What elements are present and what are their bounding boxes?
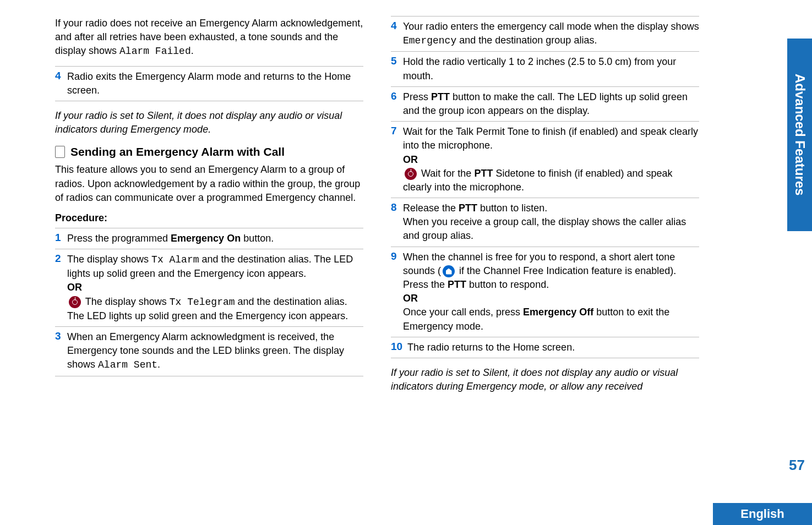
step-6: 6 Press PTT button to make the call. The… bbox=[391, 86, 699, 122]
step-1: 1 Press the programmed Emergency On butt… bbox=[55, 228, 363, 249]
or-line: Wait for the PTT Sidetone to finish (if … bbox=[403, 167, 699, 194]
step-body: The display shows Tx Alarm and the desti… bbox=[67, 253, 363, 323]
mono: Alarm Sent bbox=[98, 359, 157, 370]
step-body: Press the programmed Emergency On button… bbox=[67, 232, 363, 245]
step-7: 7 Wait for the Talk Permit Tone to finis… bbox=[391, 121, 699, 198]
intro-text: If your radio does not receive an Emerge… bbox=[55, 18, 363, 56]
heading-desc: This feature allows you to send an Emerg… bbox=[55, 163, 363, 205]
step-number: 4 bbox=[55, 70, 67, 97]
side-tab: Advanced Features bbox=[787, 39, 812, 231]
antenna-icon bbox=[408, 171, 413, 177]
text: Wait for the bbox=[418, 168, 474, 179]
bold: PTT bbox=[431, 91, 450, 102]
intro-end: . bbox=[191, 45, 194, 56]
text: The display shows bbox=[83, 296, 170, 307]
mono: Emergency bbox=[403, 35, 456, 46]
antenna-icon bbox=[72, 299, 78, 305]
step-10: 10 The radio returns to the Home screen. bbox=[391, 337, 699, 358]
section-heading: Sending an Emergency Alarm with Call bbox=[55, 145, 363, 158]
step-9: 9 When the channel is free for you to re… bbox=[391, 247, 699, 337]
text: button to listen. bbox=[477, 203, 547, 214]
bold: PTT bbox=[448, 279, 466, 290]
bold: Emergency On bbox=[171, 233, 241, 244]
bold: PTT bbox=[459, 203, 477, 214]
step-body: When the channel is free for you to resp… bbox=[403, 250, 699, 333]
step-number: 3 bbox=[55, 330, 67, 373]
text: Release the bbox=[403, 203, 459, 214]
intro-mono: Alarm Failed bbox=[119, 46, 191, 57]
step-number: 9 bbox=[391, 250, 403, 333]
procedure-label: Procedure: bbox=[55, 212, 363, 224]
step-body: Hold the radio vertically 1 to 2 inches … bbox=[403, 55, 699, 83]
step-2: 2 The display shows Tx Alarm and the des… bbox=[55, 249, 363, 327]
text: Wait for the Talk Permit Tone to finish … bbox=[403, 126, 698, 151]
channel-icon-inner bbox=[446, 269, 452, 275]
or-label: OR bbox=[403, 153, 699, 167]
step-4r: 4 Your radio enters the emergency call m… bbox=[391, 16, 699, 52]
text: Your radio enters the emergency call mod… bbox=[403, 21, 699, 32]
step-number: 7 bbox=[391, 125, 403, 194]
intro-para: If your radio does not receive an Emerge… bbox=[55, 17, 363, 59]
step-number: 5 bbox=[391, 55, 403, 83]
text: Once your call ends, press bbox=[403, 307, 523, 318]
or-line: Once your call ends, press Emergency Off… bbox=[403, 305, 699, 333]
text: button. bbox=[241, 233, 274, 244]
step-body: The radio returns to the Home screen. bbox=[407, 341, 699, 354]
step-number: 6 bbox=[391, 90, 403, 118]
radio-icon bbox=[405, 168, 417, 180]
channel-icon bbox=[443, 265, 455, 277]
radio-icon bbox=[69, 296, 81, 308]
step-body: Wait for the Talk Permit Tone to finish … bbox=[403, 125, 699, 194]
bold: Emergency Off bbox=[523, 307, 593, 318]
step-number: 8 bbox=[391, 201, 403, 243]
text: When you receive a group call, the displ… bbox=[403, 215, 699, 243]
or-line: The display shows Tx Telegram and the de… bbox=[67, 295, 363, 323]
step-body: Radio exits the Emergency Alarm mode and… bbox=[67, 70, 363, 97]
step-body: Release the PTT button to listen. When y… bbox=[403, 201, 699, 243]
or-label: OR bbox=[67, 281, 363, 294]
step-number: 4 bbox=[391, 20, 403, 48]
mono: Tx Telegram bbox=[170, 297, 235, 308]
step-body: Press PTT button to make the call. The L… bbox=[403, 90, 699, 118]
step-3: 3 When an Emergency Alarm acknowledgment… bbox=[55, 326, 363, 376]
text: Press the programmed bbox=[67, 233, 171, 244]
page-number: 57 bbox=[787, 457, 806, 474]
step-number: 1 bbox=[55, 232, 67, 245]
left-column: If your radio does not receive an Emerge… bbox=[55, 17, 363, 401]
text: The display shows bbox=[67, 254, 151, 265]
page-content: If your radio does not receive an Emerge… bbox=[0, 0, 812, 434]
step-number: 10 bbox=[391, 341, 407, 354]
step-body: When an Emergency Alarm acknowledgment i… bbox=[67, 330, 363, 373]
step-5: 5 Hold the radio vertically 1 to 2 inche… bbox=[391, 51, 699, 86]
step-body: Your radio enters the emergency call mod… bbox=[403, 20, 699, 48]
or-label: OR bbox=[403, 292, 699, 305]
right-column: 4 Your radio enters the emergency call m… bbox=[391, 17, 699, 401]
language-label: English bbox=[713, 503, 812, 525]
step-4: 4 Radio exits the Emergency Alarm mode a… bbox=[55, 66, 363, 101]
heading-text: Sending an Emergency Alarm with Call bbox=[70, 145, 285, 158]
text: button to respond. bbox=[466, 279, 549, 290]
italic-note-right: If your radio is set to Silent, it does … bbox=[391, 366, 699, 393]
mono: Tx Alarm bbox=[151, 254, 199, 265]
step-8: 8 Release the PTT button to listen. When… bbox=[391, 198, 699, 247]
bold: PTT bbox=[474, 168, 493, 179]
document-icon bbox=[55, 146, 65, 158]
text: and the destination group alias. bbox=[456, 35, 597, 46]
step-number: 2 bbox=[55, 253, 67, 323]
text: Press bbox=[403, 91, 431, 102]
side-tab-text: Advanced Features bbox=[792, 74, 808, 195]
italic-note: If your radio is set to Silent, it does … bbox=[55, 109, 363, 136]
text: . bbox=[157, 359, 160, 370]
